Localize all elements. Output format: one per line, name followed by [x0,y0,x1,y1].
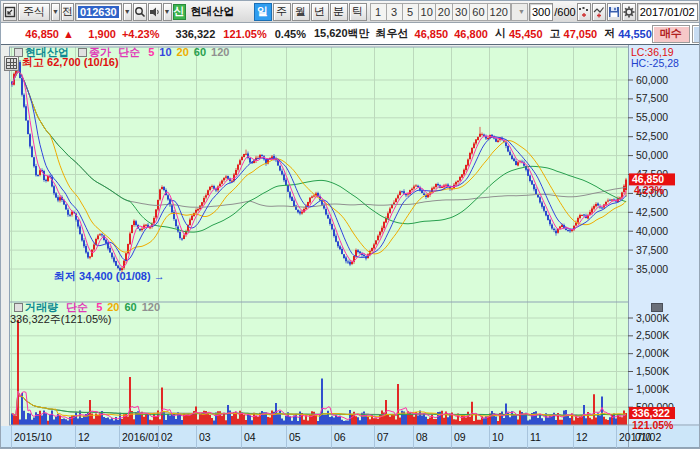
period-button-틱[interactable]: 틱 [349,3,367,21]
chart-toolbar: 주식 ▼ 전 012630 ▼ ▼ 신 현대산업 일주월년분틱 13510203… [1,1,700,23]
speaker-icon [149,6,161,18]
instrument-type-button[interactable]: 주식 [18,3,50,21]
add-trendline-icon [593,6,605,18]
ma-legend-20: 20 [107,301,119,313]
price-volume-chart[interactable]: 60,00057,50055,00052,50050,00047,50045,0… [1,45,700,449]
svg-text:2015/10: 2015/10 [14,431,52,443]
volume-current-text: 336,322주(121.05%) [10,313,112,325]
add-candles-icon [578,6,590,18]
svg-text:05: 05 [289,431,301,443]
interval-button-1[interactable]: 1 [370,3,387,21]
ma-legend-5: 5 [96,301,102,313]
open-price: 45,450 [509,28,543,40]
low-label: 저 [604,26,615,41]
svg-text:3,000K: 3,000K [636,312,669,324]
turnover-pct: 0.45% [275,28,306,40]
ma-legend-10: 10 [159,46,171,58]
svg-text:60,000: 60,000 [636,74,668,86]
svg-text:12: 12 [576,431,588,443]
svg-text:50,000: 50,000 [636,149,668,161]
interval-button-5[interactable]: 5 [402,3,419,21]
open-label: 시 [495,26,506,41]
period-button-분[interactable]: 분 [330,3,348,21]
ma-legend-120: 120 [142,301,160,313]
save-icon [608,6,620,18]
candle-total-label: /600 [554,6,575,18]
svg-text:01/02: 01/02 [635,431,661,443]
trading-app-window: 주식 ▼ 전 012630 ▼ ▼ 신 현대산업 일주월년분틱 13510203… [0,0,700,449]
svg-text:40,000: 40,000 [636,225,668,237]
period-button-월[interactable]: 월 [292,3,310,21]
search-button[interactable] [133,3,147,21]
arrow-right-icon: → [154,270,165,282]
ma-legend-60: 60 [194,46,206,58]
svg-text:08: 08 [416,431,428,443]
svg-text:1,500K: 1,500K [636,365,669,377]
interval-button-30[interactable]: 30 [452,3,470,21]
period-button-주[interactable]: 주 [273,3,291,21]
add-data-button[interactable] [577,3,591,21]
value-traded: 15,620백만 [314,26,370,41]
svg-text:03: 03 [199,431,211,443]
volume-ma-legend: 52060120 [91,301,160,313]
volume-panel-mini-button[interactable] [651,303,663,312]
up-arrow-icon: ▲ [63,28,74,40]
svg-text:42,500: 42,500 [636,206,668,218]
period-button-group: 일주월년분틱 [254,3,367,21]
svg-text:12: 12 [78,431,90,443]
buy-button[interactable]: 매수 [652,25,690,43]
sound-button[interactable] [148,3,162,21]
svg-text:06: 06 [334,431,346,443]
sound-dropdown-button[interactable]: ▼ [163,3,172,21]
sell-button[interactable]: 매도 [692,25,700,43]
jeon-button[interactable]: 전 [61,3,74,21]
add-line-button[interactable] [592,3,606,21]
ma-legend-20: 20 [177,46,189,58]
interval-button-60[interactable]: 60 [469,3,487,21]
ma-legend-60: 60 [125,301,137,313]
window-link-icon [4,6,16,18]
svg-text:07: 07 [377,431,389,443]
volume-value: 336,322 [176,28,216,40]
interval-extra-dropdown[interactable]: ▼ [511,3,528,21]
svg-text:46,850: 46,850 [632,173,664,185]
ma-legend-5: 5 [148,46,154,58]
search-icon [134,6,146,18]
stock-code-input[interactable]: 012630 [75,3,122,21]
interval-button-20[interactable]: 20 [435,3,453,21]
svg-text:57,500: 57,500 [636,92,668,104]
save-button[interactable] [607,3,621,21]
svg-text:09: 09 [454,431,466,443]
period-button-년[interactable]: 년 [311,3,329,21]
volume-method-label: 단순 [66,301,88,313]
chart-grid-settings-button[interactable] [4,56,19,71]
price-change: 1,900 [80,28,116,40]
settings-button[interactable] [622,3,636,21]
interval-button-120[interactable]: 120 [487,3,511,21]
chart-area: 60,00057,50055,00052,50050,00047,50045,0… [1,45,700,449]
interval-button-10[interactable]: 10 [418,3,436,21]
date-input[interactable]: 2017/01/02 [637,3,698,21]
code-dropdown-button[interactable]: ▼ [123,3,132,21]
svg-text:336,322: 336,322 [632,407,670,419]
low-price: 44,550 [618,28,652,40]
highest-price-annotation: 최고 62,700 (10/16) [22,56,119,68]
svg-text:04: 04 [244,431,256,443]
high-price: 47,050 [564,28,598,40]
volume-ratio: 121.05% [223,28,266,40]
volume-legend: 거래량 단순 52060120 [14,301,160,313]
svg-text:2016/01: 2016/01 [122,431,160,443]
svg-text:37,500: 37,500 [636,244,668,256]
instrument-dropdown-button[interactable]: ▼ [51,3,60,21]
lowest-price-annotation: 최저 34,400 (01/08) → [54,270,165,282]
svg-text:4.23%: 4.23% [634,184,664,196]
window-link-button[interactable] [3,3,17,21]
interval-button-3[interactable]: 3 [386,3,403,21]
legend-checkbox-icon[interactable] [14,303,23,312]
svg-text:HC:-25,28: HC:-25,28 [631,57,679,69]
gear-icon [623,6,635,18]
svg-text:2,500K: 2,500K [636,329,669,341]
candle-count-input[interactable]: 300 [529,3,553,21]
period-button-일[interactable]: 일 [254,3,272,21]
svg-text:1,000K: 1,000K [636,383,669,395]
